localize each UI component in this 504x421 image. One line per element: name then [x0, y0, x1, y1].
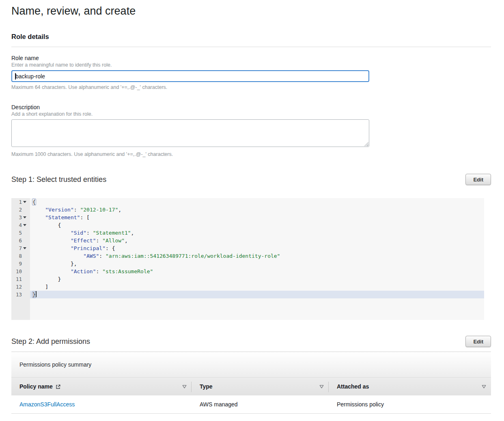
editor-line[interactable]: 6"Effect": "Allow",	[11, 237, 484, 244]
editor-gutter-cell: 5	[11, 229, 30, 237]
json-punctuation: ]	[45, 284, 48, 290]
column-header-policy-name[interactable]: Policy name	[11, 378, 192, 395]
editor-line[interactable]: 8"AWS": "arn:aws:iam::541263489771:role/…	[11, 252, 484, 260]
line-number: 10	[11, 268, 22, 275]
fold-toggle-icon[interactable]	[23, 224, 26, 226]
editor-line[interactable]: 7"Principal": {	[11, 244, 484, 252]
policy-editor-lines: 1{2"Version": "2012-10-17",3"Statement":…	[11, 198, 484, 298]
editor-line[interactable]: 4{	[11, 221, 484, 229]
editor-gutter-cell: 9	[11, 260, 30, 268]
table-row: AmazonS3FullAccessAWS managedPermissions…	[11, 395, 491, 414]
role-details-section: Role details Role name Enter a meaningfu…	[11, 32, 491, 158]
sort-triangle-icon[interactable]	[182, 385, 187, 389]
table-cell: Permissions policy	[329, 395, 491, 413]
json-string: "sts:AssumeRole"	[102, 268, 153, 274]
sort-triangle-icon[interactable]	[319, 385, 324, 389]
page-title: Name, review, and create	[11, 4, 491, 18]
column-header-label: Policy name	[19, 383, 53, 390]
json-punctuation: : [	[80, 214, 89, 220]
editor-line[interactable]: 10"Action": "sts:AssumeRole"	[11, 268, 484, 275]
policy-editor[interactable]: 1{2"Version": "2012-10-17",3"Statement":…	[11, 198, 484, 320]
text-caret	[15, 73, 16, 80]
step2-section: Step 2: Add permissions Edit Permissions…	[11, 336, 491, 414]
column-header-label: Attached as	[337, 383, 369, 390]
json-key: "Effect"	[71, 237, 96, 244]
step1-heading: Step 1: Select trusted entities	[11, 175, 106, 184]
editor-line[interactable]: 2"Version": "2012-10-17",	[11, 206, 484, 214]
json-string: "arn:aws:iam::541263489771:role/workload…	[106, 253, 280, 259]
fold-toggle-icon[interactable]	[23, 247, 26, 249]
json-punctuation: }	[58, 276, 61, 282]
sort-triangle-icon[interactable]	[482, 385, 486, 389]
editor-gutter-cell: 3	[11, 214, 30, 221]
section-divider	[11, 47, 491, 47]
json-string: "Statement1"	[93, 230, 131, 236]
description-constraint: Maximum 1000 characters. Use alphanumeri…	[11, 151, 491, 158]
json-punctuation: :	[86, 230, 93, 236]
line-number: 12	[11, 283, 22, 291]
line-number: 9	[11, 260, 22, 268]
role-name-help: Enter a meaningful name to identify this…	[11, 62, 491, 68]
line-number: 3	[11, 214, 22, 221]
editor-code-line: "AWS": "arn:aws:iam::541263489771:role/w…	[30, 252, 484, 260]
editor-caret	[36, 291, 37, 297]
editor-line[interactable]: 13}	[11, 291, 484, 298]
json-punctuation: ,	[131, 230, 134, 236]
line-number: 5	[11, 229, 22, 237]
line-number: 4	[11, 221, 22, 229]
role-details-heading: Role details	[11, 32, 491, 41]
column-header-label: Type	[200, 383, 213, 390]
role-name-input-wrap	[11, 70, 369, 82]
permissions-panel-title: Permissions policy summary	[11, 352, 491, 377]
editor-line[interactable]: 9},	[11, 260, 484, 268]
editor-line[interactable]: 12]	[11, 283, 484, 291]
editor-line[interactable]: 5"Sid": "Statement1",	[11, 229, 484, 237]
role-name-constraint: Maximum 64 characters. Use alphanumeric …	[11, 84, 491, 91]
editor-gutter-cell: 8	[11, 252, 30, 260]
description-textarea[interactable]	[11, 119, 369, 147]
editor-code-line: }	[30, 275, 484, 283]
json-key: "Statement"	[45, 214, 80, 220]
editor-gutter-cell: 13	[11, 291, 30, 298]
editor-gutter-cell: 11	[11, 275, 30, 283]
json-punctuation: :	[99, 253, 106, 259]
editor-code-line: }	[30, 291, 484, 298]
editor-gutter-cell: 10	[11, 268, 30, 275]
editor-code-line: ]	[30, 283, 484, 291]
editor-gutter-cell: 7	[11, 244, 30, 252]
fold-toggle-icon[interactable]	[23, 216, 26, 218]
editor-line[interactable]: 3"Statement": [	[11, 214, 484, 221]
editor-code-line: {	[30, 198, 484, 206]
resize-grip-icon	[364, 142, 368, 146]
editor-gutter-cell: 6	[11, 237, 30, 244]
json-key: "Version"	[45, 207, 73, 213]
editor-code-line: "Principal": {	[30, 244, 484, 252]
table-cell[interactable]: AmazonS3FullAccess	[11, 395, 192, 413]
column-header-attached-as[interactable]: Attached as	[329, 378, 491, 395]
editor-gutter-cell: 4	[11, 221, 30, 229]
json-key: "Principal"	[71, 245, 106, 251]
line-number: 1	[11, 198, 22, 206]
json-punctuation: ,	[118, 207, 121, 213]
policy-name-link[interactable]: AmazonS3FullAccess	[19, 401, 75, 408]
fold-toggle-icon[interactable]	[23, 201, 26, 203]
editor-code-line: "Statement": [	[30, 214, 484, 221]
editor-line[interactable]: 1{	[11, 198, 484, 206]
json-punctuation: : {	[106, 245, 115, 251]
editor-code-line: "Effect": "Allow",	[30, 237, 484, 244]
policy-table-body: AmazonS3FullAccessAWS managedPermissions…	[11, 395, 491, 414]
step2-edit-button[interactable]: Edit	[465, 336, 491, 347]
json-key: "AWS"	[83, 253, 99, 259]
editor-line[interactable]: 11}	[11, 275, 484, 283]
role-name-input[interactable]	[11, 70, 369, 82]
line-number: 7	[11, 244, 22, 252]
editor-gutter-cell: 12	[11, 283, 30, 291]
policy-table-header: Policy nameTypeAttached as	[11, 377, 491, 395]
json-punctuation: },	[71, 261, 77, 267]
role-name-label: Role name	[11, 55, 491, 61]
editor-gutter-cell: 2	[11, 206, 30, 214]
line-number: 2	[11, 206, 22, 214]
step1-edit-button[interactable]: Edit	[465, 174, 491, 185]
column-header-type[interactable]: Type	[192, 378, 329, 395]
json-key: "Sid"	[71, 230, 86, 236]
